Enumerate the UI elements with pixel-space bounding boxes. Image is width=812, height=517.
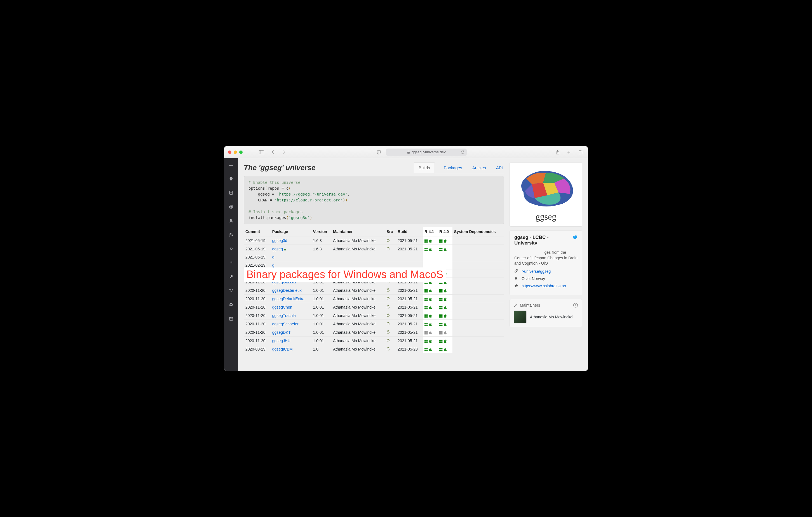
package-link[interactable]: ggsegChen xyxy=(272,305,292,309)
url-bar[interactable]: ggseg.r-universe.dev xyxy=(386,148,466,156)
col-package[interactable]: Package xyxy=(270,227,312,236)
location-text: Oslo, Norway xyxy=(522,277,545,281)
maintainer-row[interactable]: Athanasia Mo Mowinckel xyxy=(514,311,578,323)
svg-point-63 xyxy=(387,289,389,291)
svg-rect-26 xyxy=(439,239,441,241)
col-r40[interactable]: R-4.0 xyxy=(438,227,453,236)
nav-item-user[interactable] xyxy=(224,217,238,225)
svg-rect-62 xyxy=(441,283,442,284)
col-maintainer[interactable]: Maintainer xyxy=(331,227,385,236)
table-row: 2020-11-20ggsegDKT1.0.01Athanasia Mo Mow… xyxy=(244,328,504,337)
svg-rect-92 xyxy=(439,306,441,308)
nav-item-rss[interactable] xyxy=(224,231,238,239)
package-link[interactable]: ggsegDesterieux xyxy=(272,288,301,293)
badge-icon: ♣ xyxy=(284,248,286,251)
site-link[interactable]: https://www.oslobrains.no xyxy=(522,284,566,288)
svg-rect-105 xyxy=(439,316,441,318)
svg-rect-80 xyxy=(426,299,428,301)
cell-version: 1.0.01 xyxy=(312,311,331,320)
back-circle-icon[interactable] xyxy=(573,303,578,308)
minimize-window-button[interactable] xyxy=(234,150,237,154)
package-link[interactable]: ggsegJHU xyxy=(272,339,290,343)
col-sysdep[interactable]: System Dependencies xyxy=(453,227,504,236)
col-src[interactable]: Src xyxy=(385,227,396,236)
svg-point-130 xyxy=(387,339,388,340)
twitter-icon[interactable] xyxy=(573,235,578,248)
cell-sysdep xyxy=(453,328,504,337)
cell-maintainer: Athanasia Mo Mowinckel xyxy=(331,320,385,328)
svg-rect-2 xyxy=(407,152,410,153)
shield-icon[interactable] xyxy=(375,150,383,154)
maintainers-card: Maintainers Athanasia Mo Mowinckel xyxy=(510,299,582,327)
cell-sysdep xyxy=(453,261,504,269)
nav-item-book[interactable] xyxy=(224,189,238,197)
svg-rect-28 xyxy=(439,241,441,242)
package-link[interactable]: ggsegICBM xyxy=(272,347,293,351)
svg-point-13 xyxy=(232,289,233,290)
code-snippet[interactable]: # Enable this universe options(repos = c… xyxy=(244,176,504,224)
svg-rect-113 xyxy=(426,324,428,326)
tabs-overview-icon[interactable] xyxy=(576,150,584,154)
new-tab-icon[interactable] xyxy=(565,150,573,154)
cell-build xyxy=(396,253,423,261)
cell-src xyxy=(385,311,396,320)
svg-rect-136 xyxy=(439,340,441,341)
cell-sysdep xyxy=(453,236,504,245)
table-row: 2020-11-20ggsegJHU1.0.01Athanasia Mo Mow… xyxy=(244,337,504,345)
svg-rect-0 xyxy=(259,150,264,154)
package-link[interactable]: g xyxy=(272,255,274,259)
svg-rect-121 xyxy=(425,331,426,333)
package-link[interactable]: ggsegDefaultExtra xyxy=(272,296,304,301)
nav-item-help[interactable]: ? xyxy=(224,258,238,267)
back-button[interactable] xyxy=(269,150,277,154)
share-icon[interactable] xyxy=(554,150,561,154)
package-link[interactable]: ggseg xyxy=(272,247,283,251)
cell-r41 xyxy=(423,328,438,337)
package-link[interactable]: ggseg3d xyxy=(272,238,287,243)
tab-packages[interactable]: Packages xyxy=(443,163,463,173)
nav-item-r[interactable]: R xyxy=(224,245,238,253)
forward-button[interactable] xyxy=(280,150,288,154)
cell-src xyxy=(385,303,396,311)
package-link[interactable]: ggsegDKT xyxy=(272,330,291,335)
svg-rect-139 xyxy=(441,341,442,343)
linux-icon xyxy=(386,313,390,318)
package-link[interactable]: g xyxy=(272,263,274,267)
col-build[interactable]: Build xyxy=(396,227,423,236)
cell-build: 2021-05-21 xyxy=(396,303,423,311)
package-link[interactable]: ggsegSchaefer xyxy=(272,322,298,326)
col-commit[interactable]: Commit xyxy=(244,227,270,236)
table-row: 2021-05-19ggseg ♣1.6.3Athanasia Mo Mowin… xyxy=(244,245,504,253)
cell-r41 xyxy=(423,320,438,328)
nav-item-gear[interactable] xyxy=(224,300,238,309)
maximize-window-button[interactable] xyxy=(239,150,242,154)
cell-package: ggsegDKT xyxy=(270,328,312,337)
svg-rect-24 xyxy=(425,241,426,242)
svg-rect-33 xyxy=(425,248,426,249)
linux-icon xyxy=(386,296,390,301)
refresh-icon[interactable] xyxy=(461,150,464,154)
col-r41[interactable]: R-4.1 xyxy=(423,227,438,236)
cell-maintainer: Athanasia Mo Mowinckel xyxy=(331,245,385,253)
nav-item-dash[interactable]: — xyxy=(224,161,238,169)
svg-point-12 xyxy=(230,289,231,290)
cell-build: 2021-05-21 xyxy=(396,236,423,245)
svg-point-76 xyxy=(388,297,389,298)
sidebar-toggle-icon[interactable] xyxy=(258,150,265,154)
tab-api[interactable]: API xyxy=(495,163,504,173)
linux-icon xyxy=(386,339,390,343)
nav-item-wrench[interactable] xyxy=(224,272,238,281)
svg-rect-67 xyxy=(426,289,428,291)
package-link[interactable]: ggsegTracula xyxy=(272,313,296,318)
svg-rect-83 xyxy=(439,299,441,301)
tab-builds[interactable]: Builds xyxy=(414,162,435,173)
nav-item-branch[interactable] xyxy=(224,286,238,295)
tab-articles[interactable]: Articles xyxy=(471,163,487,173)
nav-item-globe[interactable] xyxy=(224,203,238,211)
col-version[interactable]: Version xyxy=(312,227,331,236)
nav-item-rocket[interactable] xyxy=(224,175,238,183)
repo-link[interactable]: r-universe/ggseg xyxy=(522,269,551,274)
close-window-button[interactable] xyxy=(228,150,231,154)
nav-item-calendar[interactable] xyxy=(224,314,238,323)
cell-maintainer: Athanasia Mo Mowinckel xyxy=(331,311,385,320)
